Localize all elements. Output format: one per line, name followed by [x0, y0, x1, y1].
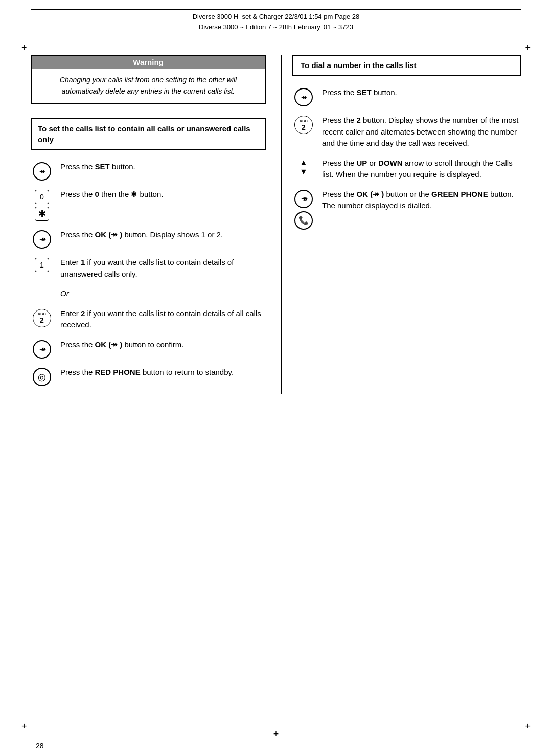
left-step-4-text: Enter 1 if you want the calls list to co… — [60, 257, 266, 280]
corner-mark-mid: + — [273, 729, 279, 740]
set-icon-right: ↠ — [292, 87, 315, 106]
left-step-or-text: Or — [60, 288, 266, 300]
two-key-icon-1: ABC 2 — [33, 309, 51, 327]
left-step-5-text: Enter 2 if you want the calls list to co… — [60, 308, 266, 331]
warning-title: Warning — [32, 56, 265, 69]
down-arrow: ▼ — [300, 168, 308, 176]
column-divider — [281, 55, 282, 394]
left-step-or: Or — [31, 288, 266, 300]
left-step-2-text: Press the 0 then the ✱ button. — [60, 189, 266, 201]
page-header: Diverse 3000 H_set & Charger 22/3/01 1:5… — [31, 9, 521, 34]
right-step-1: ↠ Press the SET button. — [292, 87, 521, 106]
up-arrow: ▲ — [300, 159, 308, 167]
ok-icon-2: ↠ — [31, 339, 53, 359]
left-steps-list: ↠ Press the SET button. 0 ✱ Press the 0 … — [31, 161, 266, 386]
main-content: Warning Changing your calls list from on… — [31, 55, 521, 394]
left-step-7-text: Press the RED PHONE button to return to … — [60, 367, 266, 379]
page-number: 28 — [36, 742, 44, 750]
set-icon-1: ↠ — [31, 161, 53, 181]
left-step-5: ABC 2 Enter 2 if you want the calls list… — [31, 308, 266, 331]
left-step-4: 1 Enter 1 if you want the calls list to … — [31, 257, 266, 280]
right-step-2-text: Press the 2 button. Display shows the nu… — [322, 115, 521, 149]
one-key-icon: 1 — [35, 258, 49, 272]
red-phone-icon-container: ◎ — [31, 367, 53, 386]
left-step-6-text: Press the OK (↠ ) button to confirm. — [60, 339, 266, 351]
ok-green-pair: ↠ 📞 — [294, 190, 313, 230]
up-down-icon: ▲ ▼ — [292, 158, 315, 176]
red-phone-icon: ◎ — [33, 368, 51, 386]
left-column: Warning Changing your calls list from on… — [31, 55, 276, 394]
two-icon-right: ABC 2 — [292, 115, 315, 134]
right-step-1-text: Press the SET button. — [322, 87, 521, 99]
phone-glyph: ◎ — [38, 371, 46, 383]
two-key-icon-right: ABC 2 — [294, 116, 313, 134]
left-step-7: ◎ Press the RED PHONE button to return t… — [31, 367, 266, 386]
ok-icon-1: ↠ — [31, 229, 53, 249]
corner-mark-bl: + — [21, 721, 27, 732]
left-step-3-text: Press the OK (↠ ) button. Display shows … — [60, 229, 266, 241]
star-key-icon: ✱ — [35, 207, 49, 221]
up-down-arrows-icon: ▲ ▼ — [300, 159, 308, 176]
right-step-3-text: Press the UP or DOWN arrow to scroll thr… — [322, 158, 521, 181]
left-step-2: 0 ✱ Press the 0 then the ✱ button. — [31, 189, 266, 221]
corner-mark-tl: + — [21, 42, 27, 53]
left-section-header: To set the calls list to contain all cal… — [31, 118, 266, 150]
ok-button-icon-2: ↠ — [33, 340, 51, 359]
or-spacer — [31, 288, 53, 289]
right-step-3: ▲ ▼ Press the UP or DOWN arrow to scroll… — [292, 158, 521, 181]
warning-box: Warning Changing your calls list from on… — [31, 55, 266, 104]
left-step-1-text: Press the SET button. — [60, 161, 266, 173]
ok-green-icon-container: ↠ 📞 — [292, 189, 315, 230]
two-icon-1: ABC 2 — [31, 308, 53, 327]
zero-key-icon: 0 — [35, 190, 49, 204]
right-step-2: ABC 2 Press the 2 button. Display shows … — [292, 115, 521, 149]
set-button-icon-right: ↠ — [294, 88, 313, 106]
left-step-3: ↠ Press the OK (↠ ) button. Display show… — [31, 229, 266, 249]
corner-mark-tr: + — [525, 42, 531, 53]
right-column: To dial a number in the calls list ↠ Pre… — [287, 55, 521, 394]
ok-button-icon-1: ↠ — [33, 230, 51, 249]
set-button-icon: ↠ — [33, 162, 51, 181]
right-section-header: To dial a number in the calls list — [292, 55, 521, 76]
header-line2: Diverse 3000 ~ Edition 7 ~ 28th February… — [36, 22, 516, 32]
one-icon: 1 — [31, 257, 53, 272]
left-step-1: ↠ Press the SET button. — [31, 161, 266, 181]
left-step-6: ↠ Press the OK (↠ ) button to confirm. — [31, 339, 266, 359]
green-phone-glyph: 📞 — [298, 215, 309, 225]
zero-star-icon: 0 ✱ — [31, 189, 53, 221]
right-steps-list: ↠ Press the SET button. ABC 2 Press the … — [292, 87, 521, 230]
page: + + + + + Diverse 3000 H_set & Charger 2… — [0, 9, 552, 756]
right-step-4-text: Press the OK (↠ ) button or the GREEN PH… — [322, 189, 521, 212]
green-phone-icon: 📞 — [294, 211, 313, 230]
right-step-4: ↠ 📞 Press the OK (↠ ) button or the GREE… — [292, 189, 521, 230]
ok-button-icon-right: ↠ — [294, 190, 313, 208]
header-line1: Diverse 3000 H_set & Charger 22/3/01 1:5… — [36, 12, 516, 22]
warning-body: Changing your calls list from one settin… — [32, 69, 265, 103]
corner-mark-br: + — [525, 721, 531, 732]
